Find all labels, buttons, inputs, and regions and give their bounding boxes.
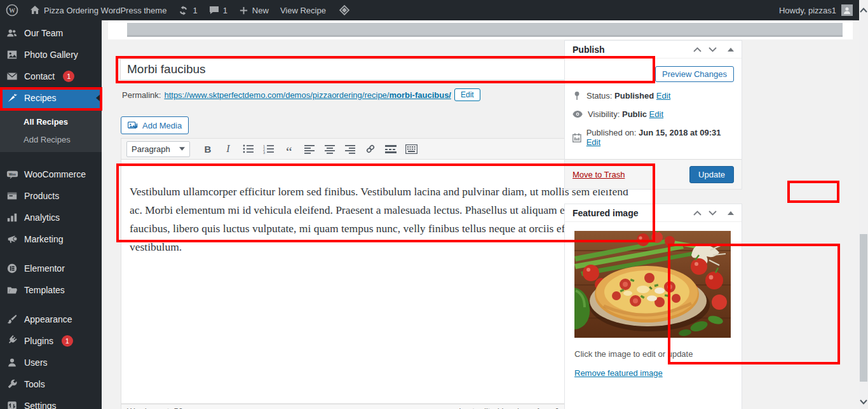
sidebar-item-label: Users	[24, 357, 48, 368]
site-menu[interactable]: Pizza Ordering WordPress theme	[24, 0, 172, 20]
admin-bar: W Pizza Ordering WordPress theme 1 1 New…	[0, 0, 859, 20]
menu-separator	[0, 152, 102, 163]
read-more-button[interactable]	[382, 141, 400, 156]
users-icon	[6, 356, 18, 369]
home-icon	[30, 5, 40, 15]
edit-permalink-button[interactable]: Edit	[454, 88, 480, 101]
mail-icon	[6, 70, 18, 83]
marketing-icon	[6, 233, 18, 246]
sidebar-item-label: Tools	[24, 379, 45, 389]
sidebar-item-marketing[interactable]: Marketing	[0, 228, 102, 250]
collapsed-banner	[127, 23, 843, 37]
svg-text:3: 3	[263, 151, 265, 154]
avatar[interactable]	[841, 4, 853, 16]
templates-icon	[6, 284, 18, 296]
view-recipe-menu[interactable]: View Recipe	[275, 0, 332, 20]
sidebar-item-elementor[interactable]: Elementor	[0, 258, 102, 279]
status-row: Status: Published Edit	[573, 91, 734, 101]
visibility-value: Public	[622, 109, 647, 119]
menu-separator	[0, 250, 102, 258]
team-icon	[6, 27, 18, 39]
move-down-icon[interactable]	[709, 211, 717, 216]
sidebar-item-photo-gallery[interactable]: Photo Gallery	[0, 44, 102, 66]
italic-button[interactable]: I	[219, 141, 237, 156]
sidebar-item-contact[interactable]: Contact 1	[0, 66, 102, 87]
move-up-icon[interactable]	[693, 211, 702, 216]
comments-icon	[209, 5, 219, 15]
blockquote-button[interactable]: “	[280, 141, 298, 156]
move-to-trash-link[interactable]: Move to Trash	[573, 170, 625, 179]
scrollbar-thumb[interactable]	[860, 234, 867, 382]
published-on-row: Published on: Jun 15, 2018 at 09:31 Edit	[573, 128, 734, 147]
elementor-icon	[6, 262, 18, 275]
align-left-button[interactable]	[301, 141, 318, 156]
sidebar-item-woocommerce[interactable]: Woo WooCommerce	[0, 163, 102, 185]
sidebar-item-plugins[interactable]: Plugins 1	[0, 330, 102, 352]
sidebar-item-users[interactable]: Users	[0, 352, 102, 373]
permalink-label: Permalink:	[122, 90, 161, 100]
update-button[interactable]: Update	[689, 166, 734, 183]
edit-published-link[interactable]: Edit	[587, 137, 600, 147]
preview-changes-button[interactable]: Preview Changes	[655, 66, 734, 82]
updates-menu[interactable]: 1	[172, 0, 203, 20]
top-strip	[108, 20, 853, 39]
comment-count: 1	[223, 6, 227, 15]
scroll-up-icon[interactable]	[860, 4, 867, 15]
featured-image-thumbnail[interactable]	[574, 231, 731, 338]
align-right-button[interactable]	[341, 141, 359, 156]
new-menu[interactable]: New	[233, 0, 275, 20]
scroll-down-icon[interactable]	[860, 396, 867, 407]
sidebar-item-label: Recipes	[24, 93, 57, 103]
products-icon	[6, 190, 18, 202]
sidebar-item-label: Appearance	[24, 314, 72, 324]
sidebar-item-label: Settings	[24, 401, 57, 409]
word-count: Word count: 50	[127, 406, 183, 409]
permalink-url[interactable]: https://www.sktperfectdemo.com/demos/piz…	[164, 90, 451, 100]
analytics-icon	[6, 211, 18, 224]
howdy-label[interactable]: Howdy, pizzas1	[779, 6, 836, 15]
edit-status-link[interactable]: Edit	[656, 91, 670, 101]
svg-text:W: W	[9, 7, 15, 14]
sidebar-item-analytics[interactable]: Analytics	[0, 207, 102, 228]
sidebar-item-tools[interactable]: Tools	[0, 373, 102, 395]
submenu-item-all-recipes[interactable]: All Recipes	[0, 113, 102, 130]
sidebar-item-settings[interactable]: Settings	[0, 395, 102, 409]
sidebar-item-recipes[interactable]: Recipes	[0, 87, 102, 109]
align-center-button[interactable]	[321, 141, 339, 156]
collapse-toggle-icon[interactable]	[728, 48, 734, 52]
published-value: Jun 15, 2018 at 09:31	[639, 128, 721, 137]
toolbar-toggle-button[interactable]	[402, 141, 420, 156]
move-up-icon[interactable]	[693, 47, 702, 52]
page-scrollbar[interactable]	[859, 0, 868, 409]
numbered-list-button[interactable]: 123	[260, 141, 278, 156]
post-paragraph: Vestibulum ullamcorper efficitur lorem s…	[130, 183, 639, 256]
link-button[interactable]	[362, 141, 379, 156]
paragraph-format-select[interactable]: Paragraph	[126, 141, 190, 157]
sidebar-item-label: Plugins	[24, 336, 53, 346]
publish-panel-header[interactable]: Publish	[565, 41, 742, 59]
calendar-icon	[573, 133, 581, 142]
plugins-icon	[6, 335, 18, 347]
submenu-arrow	[96, 94, 100, 102]
add-media-button[interactable]: Add Media	[121, 116, 189, 134]
contact-badge: 1	[63, 71, 74, 82]
pin-icon	[573, 91, 581, 101]
sidebar-item-our-team[interactable]: Our Team	[0, 22, 102, 44]
sidebar-item-products[interactable]: Products	[0, 185, 102, 207]
bullet-list-button[interactable]	[240, 141, 257, 156]
add-media-icon	[128, 121, 139, 130]
featured-panel-header[interactable]: Featured image	[565, 204, 742, 222]
edit-visibility-link[interactable]: Edit	[649, 109, 663, 119]
tools-icon	[6, 378, 18, 391]
comments-menu[interactable]: 1	[203, 0, 233, 20]
submenu-item-add-recipes[interactable]: Add Recipes	[0, 130, 102, 148]
bold-button[interactable]: B	[199, 141, 217, 156]
move-down-icon[interactable]	[709, 47, 717, 52]
recipes-submenu: All Recipes Add Recipes	[0, 109, 102, 152]
wordpress-logo-icon[interactable]: W	[0, 0, 24, 20]
elementor-finder-icon[interactable]	[332, 0, 357, 20]
sidebar-item-templates[interactable]: Templates	[0, 279, 102, 301]
remove-featured-image-link[interactable]: Remove featured image	[574, 368, 663, 378]
sidebar-item-appearance[interactable]: Appearance	[0, 308, 102, 330]
collapse-toggle-icon[interactable]	[728, 211, 734, 215]
